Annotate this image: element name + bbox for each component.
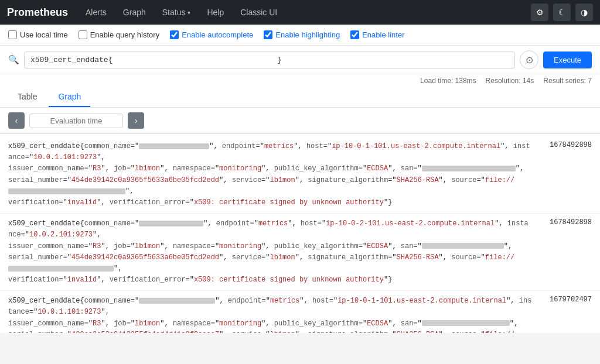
- enable-linter-checkbox[interactable]: [350, 30, 359, 39]
- use-local-time-label: Use local time: [20, 30, 68, 39]
- enable-highlighting-label: Enable highlighting: [275, 30, 340, 39]
- nav-icon-group: ⚙ ☾ ◑: [531, 4, 593, 21]
- resolution: Resolution: 14s: [486, 77, 534, 85]
- eval-time-input[interactable]: [29, 114, 123, 128]
- options-toolbar: Use local time Enable query history Enab…: [0, 25, 600, 46]
- query-input[interactable]: [24, 51, 515, 68]
- nav-graph[interactable]: Graph: [120, 5, 149, 19]
- result-labels: x509_cert_enddate{common_name="", endpoi…: [8, 141, 532, 208]
- results-container: x509_cert_enddate{common_name="", endpoi…: [0, 134, 600, 333]
- history-icon-btn[interactable]: ⊙: [520, 50, 538, 69]
- enable-linter-label: Enable linter: [362, 30, 404, 39]
- result-value: 1679702497: [539, 296, 592, 304]
- result-labels: x509_cert_enddate{common_name="", endpoi…: [8, 296, 532, 333]
- load-time: Load time: 138ms: [420, 77, 476, 85]
- nav-status[interactable]: Status ▾: [159, 5, 195, 19]
- enable-query-history-label: Enable query history: [90, 30, 160, 39]
- enable-query-history-option[interactable]: Enable query history: [79, 30, 160, 39]
- use-local-time-option[interactable]: Use local time: [8, 30, 68, 39]
- enable-highlighting-option[interactable]: Enable highlighting: [264, 30, 340, 39]
- eval-next-btn[interactable]: ›: [128, 112, 144, 129]
- eval-bar: ‹ ›: [0, 108, 600, 134]
- enable-autocomplete-option[interactable]: Enable autocomplete: [170, 30, 253, 39]
- table-row: x509_cert_enddate{common_name="", endpoi…: [0, 214, 600, 291]
- search-icon: 🔍: [8, 54, 19, 65]
- nav-help[interactable]: Help: [203, 5, 227, 19]
- nav-classic-ui[interactable]: Classic UI: [237, 5, 281, 19]
- execute-button[interactable]: Execute: [543, 51, 592, 68]
- tab-table[interactable]: Table: [8, 87, 46, 107]
- search-bar: 🔍 ⊙ Execute: [0, 46, 600, 74]
- enable-linter-option[interactable]: Enable linter: [350, 30, 404, 39]
- table-row: x509_cert_enddate{common_name="", endpoi…: [0, 136, 600, 214]
- dark-mode-icon-btn[interactable]: ☾: [553, 4, 571, 21]
- table-row: x509_cert_enddate{common_name="", endpoi…: [0, 291, 600, 333]
- enable-highlighting-checkbox[interactable]: [264, 30, 272, 39]
- enable-query-history-checkbox[interactable]: [79, 30, 87, 39]
- result-series: Result series: 7: [543, 77, 592, 85]
- contrast-icon-btn[interactable]: ◑: [575, 4, 593, 21]
- navbar: Prometheus Alerts Graph Status ▾ Help Cl…: [0, 0, 600, 25]
- settings-icon-btn[interactable]: ⚙: [531, 4, 548, 21]
- enable-autocomplete-label: Enable autocomplete: [182, 30, 253, 39]
- nav-alerts[interactable]: Alerts: [82, 5, 110, 19]
- brand-logo: Prometheus: [7, 6, 68, 19]
- result-value: 1678492898: [539, 141, 592, 149]
- eval-prev-btn[interactable]: ‹: [8, 112, 25, 129]
- tabs-bar: Table Graph: [0, 87, 600, 108]
- meta-bar: Load time: 138ms Resolution: 14s Result …: [0, 74, 600, 87]
- enable-autocomplete-checkbox[interactable]: [170, 30, 179, 39]
- result-labels: x509_cert_enddate{common_name="", endpoi…: [8, 218, 532, 286]
- tab-graph[interactable]: Graph: [49, 87, 90, 107]
- use-local-time-checkbox[interactable]: [8, 30, 17, 39]
- result-value: 1678492898: [539, 218, 592, 226]
